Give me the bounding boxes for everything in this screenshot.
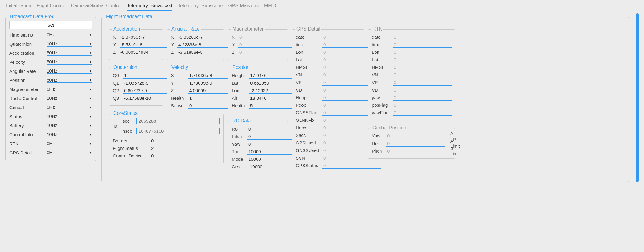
scroll-indicator[interactable] [636, 13, 639, 182]
field-label: Sacc [296, 133, 320, 138]
field-row: Z [171, 48, 220, 56]
velocity-title: Velocity [170, 65, 189, 70]
field-row: Control Device [113, 152, 220, 160]
field-input-vd[interactable] [393, 87, 452, 93]
freq-select-gimbal[interactable]: 0Hz1Hz10Hz50Hz100Hz [47, 105, 92, 110]
field-row: Health [232, 102, 284, 109]
tab-mfio[interactable]: MFIO [264, 1, 276, 11]
field-label: GPSStatus [296, 163, 320, 168]
field-label: Lon [372, 50, 391, 55]
field-label: HMSL [372, 65, 391, 70]
field-input-x[interactable] [238, 34, 298, 40]
freq-select-time-stamp[interactable]: 0Hz1Hz10Hz50Hz100Hz [47, 32, 92, 37]
freq-select-control-info[interactable]: 0Hz1Hz10Hz50Hz100Hz [47, 132, 92, 137]
tab-camera-gimbal-control[interactable]: Camera/Gimbal Control [71, 1, 122, 11]
field-label: Pdop [296, 102, 320, 108]
freq-row: RTK0Hz1Hz10Hz50Hz100Hz [9, 139, 92, 148]
field-label: Gear [232, 164, 245, 169]
field-input-yaw[interactable] [393, 95, 452, 101]
tab-telemetry-subscribe[interactable]: Telemetry: Subscribe [178, 1, 223, 11]
tab-telemetry-broadcast[interactable]: Telemetry: Broadcast [127, 1, 172, 11]
field-row: Health [171, 94, 220, 102]
field-input-posflag[interactable] [393, 102, 452, 108]
at-limit-label: At Limit [450, 146, 460, 156]
freq-row: Gimbal0Hz1Hz10Hz50Hz100Hz [9, 103, 92, 112]
field-label: Q2 [113, 88, 121, 93]
field-label: Lon [232, 88, 247, 93]
freq-select-position[interactable]: 0Hz1Hz10Hz50Hz100Hz [47, 77, 92, 83]
set-button[interactable]: Set [9, 21, 92, 29]
field-input-date[interactable] [393, 34, 452, 40]
field-label: VN [296, 72, 320, 77]
field-row: Q0 [113, 72, 159, 79]
gimbal-input-roll[interactable] [386, 141, 445, 147]
field-input-hmsl[interactable] [393, 64, 452, 70]
freq-row: Velocity0Hz1Hz10Hz50Hz100Hz [9, 57, 92, 66]
tab-flight-control[interactable]: Flight Control [37, 1, 65, 11]
field-input-time[interactable] [393, 42, 452, 48]
field-row: Sensor [171, 102, 220, 109]
gps-detail-group: GPS DetaildatetimeLonLatHMSLVNVEVDHdopPd… [292, 29, 364, 173]
field-label: Hacc [296, 125, 320, 130]
freq-select-velocity[interactable]: 0Hz1Hz10Hz50Hz100Hz [47, 59, 92, 65]
broadcast-data-freq-group: Broadcast Data Freq Set Time stamp0Hz1Hz… [5, 17, 96, 161]
freq-select-acceleration[interactable]: 0Hz1Hz10Hz50Hz100Hz [47, 50, 92, 56]
field-input-ve[interactable] [393, 79, 452, 86]
core-ts-sublabel: sec [123, 118, 134, 124]
field-label: Thr [232, 149, 245, 154]
freq-select-quaternion[interactable]: 0Hz1Hz10Hz50Hz100Hz [47, 41, 92, 47]
freq-select-battery[interactable]: 0Hz1Hz10Hz50Hz100Hz [47, 123, 92, 128]
field-row: Z [171, 87, 220, 94]
field-label: Q3 [113, 95, 121, 101]
core-ts-input-nsec[interactable] [136, 128, 220, 134]
freq-select-rtk[interactable]: 0Hz1Hz10Hz50Hz100Hz [47, 141, 92, 146]
freq-select-gps-detail[interactable]: 0Hz1Hz10Hz50Hz100Hz [47, 150, 92, 155]
field-label: VE [372, 80, 391, 85]
field-label: yawFlag [372, 110, 391, 115]
field-row: Gear [232, 163, 284, 170]
field-label: GPSUsed [296, 140, 320, 145]
field-input-lon[interactable] [393, 49, 452, 55]
gimbal-row: PitchAt Limit [372, 147, 451, 155]
field-label: Z [232, 50, 236, 55]
field-input-vn[interactable] [393, 72, 452, 78]
field-row: GNSSUsed [296, 147, 360, 154]
field-input-control-device[interactable] [150, 153, 220, 159]
field-input-y[interactable] [238, 42, 298, 48]
field-label: SVN [296, 155, 320, 160]
field-row: Thr [232, 148, 284, 155]
field-row: Q3 [113, 94, 159, 102]
field-row: Alt [232, 94, 284, 102]
freq-select-magnetometer[interactable]: 0Hz1Hz10Hz50Hz100Hz [47, 86, 92, 92]
freq-select-angular-rate[interactable]: 0Hz1Hz10Hz50Hz100Hz [47, 68, 92, 74]
field-input-z[interactable] [238, 49, 298, 55]
freq-select-radio-control[interactable]: 0Hz1Hz10Hz50Hz100Hz [47, 95, 92, 101]
field-label: GNSSFlag [296, 110, 320, 115]
freq-row: Battery0Hz1Hz10Hz50Hz100Hz [9, 121, 92, 130]
field-input-gpsstatus[interactable] [322, 163, 381, 169]
field-label: Mode [232, 157, 245, 162]
velocity-group: VelocityXYZHealthSensor [167, 68, 224, 113]
field-row: posFlag [372, 101, 451, 109]
field-input-battery[interactable] [150, 138, 220, 144]
field-label: VD [372, 87, 391, 92]
field-label: Y [113, 42, 117, 47]
field-row: Y [171, 79, 220, 87]
tab-gps-missions[interactable]: GPS Missions [228, 1, 259, 11]
field-input-yawflag[interactable] [393, 110, 452, 116]
field-label: yaw [372, 95, 391, 100]
freq-label: GPS Detail [9, 150, 47, 155]
gimbal-input-pitch[interactable] [386, 148, 445, 154]
field-label: Roll [232, 126, 245, 131]
gimbal-position-title: Gimbal Position [371, 125, 407, 131]
field-input-lat[interactable] [393, 57, 452, 63]
field-row: HMSL [296, 63, 360, 71]
tab-initialization[interactable]: Initialization [6, 1, 31, 11]
field-label: Y [171, 80, 186, 86]
field-row: X [232, 33, 284, 41]
freq-select-status[interactable]: 0Hz1Hz10Hz50Hz100Hz [47, 114, 92, 119]
field-label: X [171, 73, 186, 78]
field-input-flight-status[interactable] [150, 145, 220, 151]
core-ts-input-sec[interactable] [136, 118, 220, 124]
gimbal-input-yaw[interactable] [386, 133, 445, 139]
